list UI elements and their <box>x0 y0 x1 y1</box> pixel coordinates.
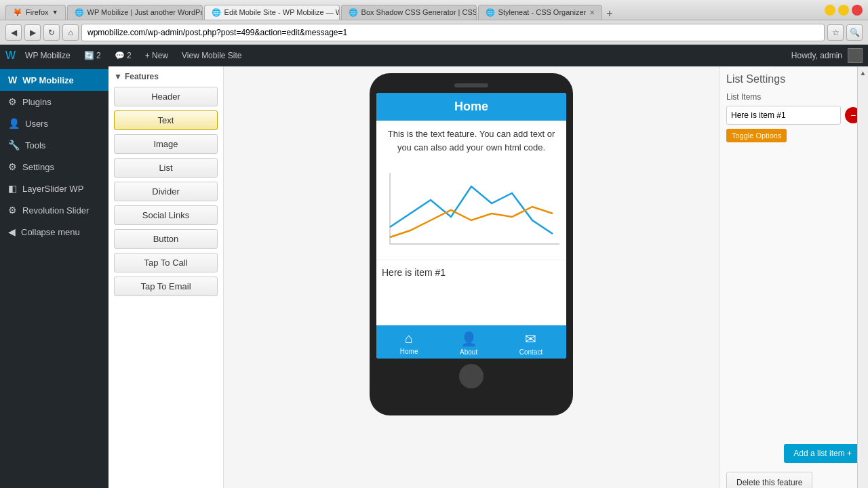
sidebar-revolution-label: Revolution Slider <box>22 205 89 216</box>
features-label: Features <box>125 72 159 81</box>
wp-logo[interactable]: W <box>5 49 16 62</box>
add-list-item-button[interactable]: Add a list item + <box>784 444 861 463</box>
sidebar-item-collapse[interactable]: ◀ Collapse menu <box>0 221 108 243</box>
browser-tabs: 🦊 Firefox ▼ 🌐 WP Mobilize | Just another… <box>5 1 616 20</box>
browser-titlebar: 🦊 Firefox ▼ 🌐 WP Mobilize | Just another… <box>0 0 868 20</box>
feature-button-button[interactable]: Button <box>114 229 218 249</box>
sidebar-item-tools[interactable]: 🔧 Tools <box>0 134 108 156</box>
feature-divider-button[interactable]: Divider <box>114 182 218 201</box>
sidebar-wpmobilize-label: WP Mobilize <box>22 75 74 85</box>
features-panel: ▼ Features Header Text Image List Divide… <box>108 66 224 488</box>
new-tab-button[interactable]: + <box>604 7 615 20</box>
settings-icon: ⚙ <box>8 161 17 172</box>
feature-tap-to-call-button[interactable]: Tap To Call <box>114 253 218 272</box>
settings-scrollbar[interactable]: ▲ ▼ <box>857 66 868 488</box>
bookmark-button[interactable]: ☆ <box>827 24 844 41</box>
phone-container: Home This is the text feature. You can a… <box>224 66 719 488</box>
settings-title: List Settings <box>726 73 861 85</box>
tools-icon: 🔧 <box>8 140 20 150</box>
phone-speaker <box>454 83 488 87</box>
phone-nav-home[interactable]: ⌂ Home <box>400 331 418 356</box>
about-nav-icon: 👤 <box>460 331 477 347</box>
phone-empty-area <box>376 285 566 325</box>
sidebar-item-users[interactable]: 👤 Users <box>0 113 108 134</box>
sidebar-users-label: Users <box>25 119 48 129</box>
sidebar-tools-label: Tools <box>25 140 45 150</box>
tab-styleneat[interactable]: 🌐 Styleneat - CSS Organizer ✕ <box>478 5 603 20</box>
sidebar-item-layerslider[interactable]: ◧ LayerSlider WP <box>0 178 108 199</box>
feature-header-button[interactable]: Header <box>114 87 218 106</box>
forward-button[interactable]: ▶ <box>24 24 41 41</box>
sidebar-item-plugins[interactable]: ⚙ Plugins <box>0 91 108 113</box>
collapse-features-icon[interactable]: ▼ <box>114 72 122 81</box>
contact-nav-label: Contact <box>519 348 542 356</box>
minimize-button[interactable] <box>825 5 835 16</box>
contact-nav-icon: ✉ <box>525 331 536 347</box>
refresh-button[interactable]: ↻ <box>43 24 60 41</box>
list-item-input-1[interactable] <box>726 106 841 125</box>
tab-wp-mobilize[interactable]: 🌐 WP Mobilize | Just another WordPress..… <box>67 5 203 20</box>
feature-social-links-button[interactable]: Social Links <box>114 205 218 225</box>
about-nav-label: About <box>460 348 477 356</box>
tab-firefox[interactable]: 🦊 Firefox ▼ <box>5 5 66 20</box>
topbar-view-site[interactable]: View Mobile Site <box>178 51 246 60</box>
sidebar-item-settings[interactable]: ⚙ Settings <box>0 156 108 178</box>
toggle-options-button[interactable]: Toggle Options <box>726 129 787 142</box>
sidebar-collapse-label: Collapse menu <box>21 227 80 237</box>
list-items-subtitle: List Items <box>726 92 861 102</box>
address-bar[interactable] <box>81 24 825 41</box>
phone-body-text: This is the text feature. You can add te… <box>376 121 566 161</box>
phone-app-header: Home <box>376 93 566 121</box>
sidebar-item-revolution[interactable]: ⚙ Revolution Slider <box>0 199 108 221</box>
maximize-button[interactable] <box>838 5 849 16</box>
feature-text-button[interactable]: Text <box>114 110 218 130</box>
phone-screen: Home This is the text feature. You can a… <box>376 93 566 359</box>
topbar-site-name[interactable]: WP Mobilize <box>21 51 74 60</box>
wp-content: ▼ Features Header Text Image List Divide… <box>108 66 868 488</box>
features-header: ▼ Features <box>114 72 218 81</box>
sidebar-item-wpmobilize[interactable]: W WP Mobilize <box>0 69 108 91</box>
feature-tap-to-email-button[interactable]: Tap To Email <box>114 277 218 296</box>
collapse-icon: ◀ <box>8 226 16 237</box>
phone-chart <box>376 166 566 254</box>
feature-list-button[interactable]: List <box>114 158 218 178</box>
sidebar-layerslider-label: LayerSlider WP <box>22 184 83 194</box>
admin-avatar[interactable] <box>848 48 863 63</box>
home-nav-icon: ⌂ <box>405 331 413 346</box>
sidebar-settings-label: Settings <box>22 162 54 172</box>
phone-list-item: Here is item #1 <box>376 260 566 285</box>
home-browser-button[interactable]: ⌂ <box>62 24 79 41</box>
home-nav-label: Home <box>400 348 418 355</box>
layerslider-icon: ◧ <box>8 183 17 194</box>
wp-sidebar: W WP Mobilize ⚙ Plugins 👤 Users 🔧 Tools … <box>0 66 108 488</box>
phone-device: Home This is the text feature. You can a… <box>370 73 573 415</box>
list-item-row-1: − <box>726 106 861 125</box>
search-button[interactable]: 🔍 <box>846 24 863 41</box>
phone-nav-about[interactable]: 👤 About <box>460 331 477 356</box>
topbar-updates[interactable]: 🔄 2 <box>80 51 105 60</box>
users-icon: 👤 <box>8 118 20 129</box>
wp-admin-area: W WP Mobilize ⚙ Plugins 👤 Users 🔧 Tools … <box>0 66 868 488</box>
phone-navigation: ⌂ Home 👤 About ✉ Contact <box>376 325 566 359</box>
topbar-howdy: Howdy, admin <box>791 51 842 60</box>
tab-close-icon4[interactable]: ✕ <box>589 9 595 16</box>
phone-home-button[interactable] <box>459 364 484 388</box>
topbar-comments[interactable]: 💬 2 <box>111 51 136 60</box>
plugins-icon: ⚙ <box>8 96 17 107</box>
phone-nav-contact[interactable]: ✉ Contact <box>519 331 542 356</box>
tab-edit-mobile[interactable]: 🌐 Edit Mobile Site - WP Mobilize — Wor..… <box>204 5 340 20</box>
topbar-new[interactable]: + New <box>141 51 172 60</box>
settings-panel: List Settings List Items − Toggle Option… <box>719 66 868 488</box>
wp-topbar: W WP Mobilize 🔄 2 💬 2 + New View Mobile … <box>0 45 868 66</box>
browser-controls: ◀ ▶ ↻ ⌂ ☆ 🔍 <box>0 20 868 45</box>
scroll-up-icon: ▲ <box>860 69 867 77</box>
close-button[interactable] <box>852 5 863 16</box>
tab-box-shadow[interactable]: 🌐 Box Shadow CSS Generator | CSSmatic ✕ <box>341 5 477 20</box>
revolution-icon: ⚙ <box>8 205 17 216</box>
back-button[interactable]: ◀ <box>5 24 22 41</box>
feature-image-button[interactable]: Image <box>114 134 218 154</box>
wp-icon: W <box>8 75 17 85</box>
sidebar-plugins-label: Plugins <box>22 97 52 107</box>
delete-feature-button[interactable]: Delete this feature <box>726 472 812 488</box>
